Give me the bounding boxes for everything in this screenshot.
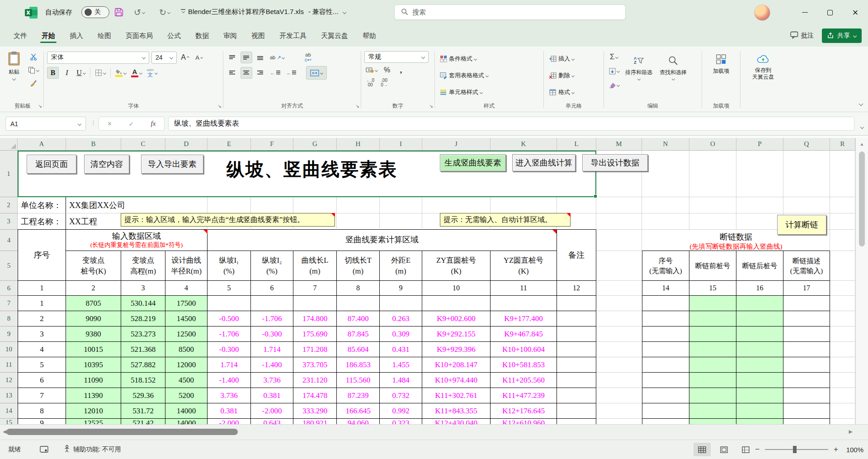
cell-K15[interactable]: K12+610.960: [491, 419, 557, 424]
cell-J7[interactable]: [422, 296, 491, 311]
column-header-G[interactable]: G: [293, 138, 337, 151]
zoom-slider[interactable]: [765, 449, 828, 450]
align-center-icon[interactable]: [241, 67, 252, 79]
cell-P6[interactable]: 16: [736, 281, 783, 296]
cell-M7[interactable]: [596, 296, 642, 311]
cell-L9[interactable]: [557, 327, 596, 342]
macro-record-icon[interactable]: [40, 446, 48, 454]
vertical-scrollbar[interactable]: [855, 138, 868, 424]
cell-F11[interactable]: -1.400: [251, 357, 293, 373]
cell-F7[interactable]: [251, 296, 293, 311]
accessibility-status[interactable]: 辅助功能: 不可用: [64, 445, 121, 454]
customize-toolbar-icon[interactable]: [181, 9, 185, 13]
align-top-icon[interactable]: [226, 52, 238, 63]
cell-E12[interactable]: -1.400: [208, 373, 251, 388]
conditional-format-button[interactable]: 条件格式: [438, 52, 478, 66]
column-header-J[interactable]: J: [422, 138, 491, 151]
cell-O10[interactable]: [689, 342, 736, 357]
cell-B2[interactable]: XX集团XX公司: [66, 197, 208, 213]
cell-Q6[interactable]: 17: [783, 281, 830, 296]
cell-E11[interactable]: 1.714: [208, 357, 251, 373]
row-header-7[interactable]: 7: [0, 296, 18, 311]
cell-C7[interactable]: 530.144: [121, 296, 165, 311]
cell-G2[interactable]: [293, 197, 337, 213]
cell-R1[interactable]: [830, 151, 855, 197]
zoom-in-icon[interactable]: [834, 445, 838, 454]
cell-R4[interactable]: [830, 230, 855, 251]
cell-I3[interactable]: [380, 213, 422, 230]
decrease-font-icon[interactable]: A: [193, 52, 205, 63]
header-K5[interactable]: YZ圆直桩号 (K): [491, 251, 557, 281]
column-header-D[interactable]: D: [165, 138, 208, 151]
header-E5[interactable]: 纵坡I₁ (%): [208, 251, 251, 281]
import-export-button[interactable]: 导入导出要素: [141, 155, 203, 174]
cell-D8[interactable]: 14500: [165, 311, 208, 327]
cell-K13[interactable]: K11+477.239: [491, 388, 557, 403]
cell-F2[interactable]: [251, 197, 293, 213]
cell-O6[interactable]: 15: [689, 281, 736, 296]
cell-N11[interactable]: [642, 357, 689, 373]
column-header-F[interactable]: F: [251, 138, 293, 151]
cell-F10[interactable]: 1.714: [251, 342, 293, 357]
clear-content-button[interactable]: 清空内容: [84, 155, 129, 174]
cell-O2[interactable]: [689, 197, 736, 213]
cell-K14[interactable]: K12+176.645: [491, 403, 557, 419]
row-header-10[interactable]: 10: [0, 342, 18, 357]
cell-D9[interactable]: 12500: [165, 327, 208, 342]
tab-绘图[interactable]: 绘图: [96, 26, 113, 46]
header-seq[interactable]: 序号: [18, 230, 66, 281]
cell-A6[interactable]: 1: [18, 281, 66, 296]
cell-L8[interactable]: [557, 311, 596, 327]
font-name-select[interactable]: 宋体: [47, 52, 149, 64]
enter-curve-calc-button[interactable]: 进入竖曲线计算: [512, 154, 576, 171]
cell-M2[interactable]: [596, 197, 642, 213]
scroll-right-icon[interactable]: [849, 429, 853, 435]
cell-D12[interactable]: 4500: [165, 373, 208, 388]
cell-C8[interactable]: 528.219: [121, 311, 165, 327]
cell-N1[interactable]: [642, 151, 689, 197]
cell-E10[interactable]: -0.300: [208, 342, 251, 357]
cell-M10[interactable]: [596, 342, 642, 357]
cell-C10[interactable]: 521.368: [121, 342, 165, 357]
header-O5[interactable]: 断链前桩号: [689, 251, 736, 281]
format-as-table-button[interactable]: 套用表格格式: [438, 69, 490, 82]
cell-R12[interactable]: [830, 373, 855, 388]
cell-H11[interactable]: 186.853: [337, 357, 380, 373]
cell-P13[interactable]: [736, 388, 783, 403]
header-F5[interactable]: 纵坡I₂ (%): [251, 251, 293, 281]
tab-数据[interactable]: 数据: [194, 26, 210, 46]
cell-Q13[interactable]: [783, 388, 830, 403]
tab-插入[interactable]: 插入: [68, 26, 85, 46]
cell-I13[interactable]: 0.732: [380, 388, 422, 403]
cell-A13[interactable]: 7: [18, 388, 66, 403]
format-cells-button[interactable]: 格式: [547, 85, 576, 99]
cell-Q15[interactable]: [783, 419, 830, 424]
tab-开发工具[interactable]: 开发工具: [278, 26, 308, 46]
cell-I9[interactable]: 0.309: [380, 327, 422, 342]
search-input[interactable]: 搜索: [394, 5, 626, 20]
clear-button[interactable]: [607, 79, 621, 91]
cell-J12[interactable]: K10+974.440: [422, 373, 491, 388]
cell-L13[interactable]: [557, 388, 596, 403]
header-J5[interactable]: ZY直圆桩号 (K): [422, 251, 491, 281]
bold-button[interactable]: B: [47, 67, 59, 79]
cell-E13[interactable]: 3.736: [208, 388, 251, 403]
percent-style-button[interactable]: %: [381, 64, 393, 76]
header-C5[interactable]: 变坡点 高程(m): [121, 251, 165, 281]
cell-R2[interactable]: [830, 197, 855, 213]
cell-A7[interactable]: 1: [18, 296, 66, 311]
cell-O11[interactable]: [689, 357, 736, 373]
cell-P1[interactable]: [736, 151, 783, 197]
cell-B7[interactable]: 8705: [66, 296, 121, 311]
cell-M5[interactable]: [596, 251, 642, 281]
cell-K12[interactable]: K11+205.560: [491, 373, 557, 388]
cell-I11[interactable]: 1.455: [380, 357, 422, 373]
tab-视图[interactable]: 视图: [250, 26, 266, 46]
column-header-H[interactable]: H: [337, 138, 380, 151]
cell-H2[interactable]: [337, 197, 380, 213]
header-Q5[interactable]: 断链描述 (无需输入): [783, 251, 830, 281]
addins-button[interactable]: 加载项: [706, 51, 736, 76]
cell-B15[interactable]: 12525: [66, 419, 121, 424]
row-header-4[interactable]: 4: [0, 230, 18, 251]
formula-bar-drag-dots[interactable]: [90, 119, 96, 126]
